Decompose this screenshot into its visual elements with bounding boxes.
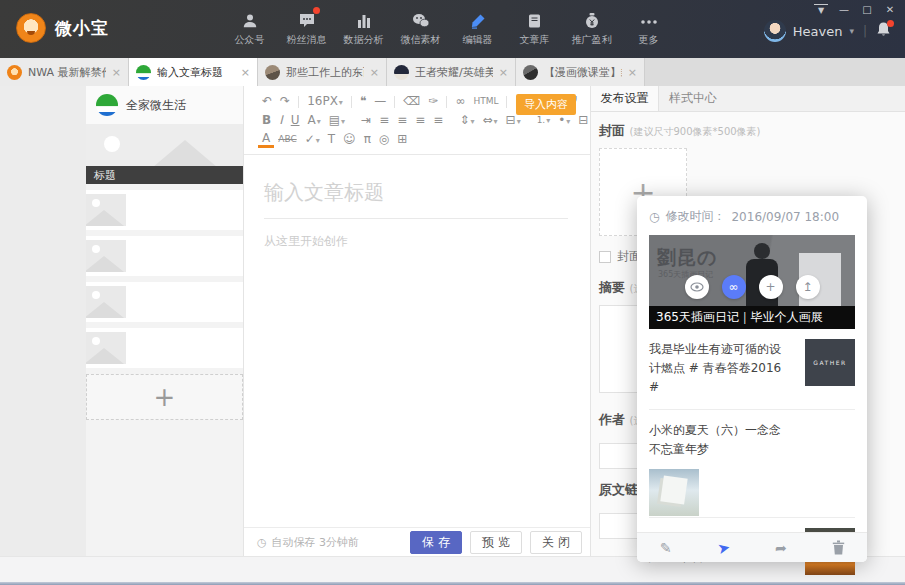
export-button[interactable]: ↥ — [796, 275, 820, 299]
italic-icon[interactable]: I — [275, 112, 287, 129]
cover-person-figure — [754, 243, 770, 259]
nav-item-more[interactable]: 更多 — [620, 9, 677, 47]
forward-button[interactable]: ➦ — [752, 540, 810, 556]
chevron-down-icon[interactable]: ▾ — [849, 26, 854, 36]
modified-time: 2016/09/07 18:00 — [731, 210, 839, 224]
account-header[interactable]: 全家微生活 — [86, 86, 243, 124]
nav-item-article-library[interactable]: 文章库 — [506, 9, 563, 47]
align-right-icon[interactable]: ≡ — [411, 112, 429, 129]
table-icon[interactable]: ⊞ — [393, 131, 411, 148]
edit-pencil-button[interactable]: ✎ — [637, 540, 695, 556]
notification-dot — [887, 20, 894, 27]
nav-item-promotion[interactable]: 推广盈利 — [563, 9, 620, 47]
align-left-icon[interactable]: ≡ — [375, 112, 393, 129]
article-list-item[interactable]: 标题 — [86, 190, 243, 230]
html-source-icon[interactable]: HTML — [469, 93, 502, 110]
strikethrough-icon[interactable]: ABC — [274, 131, 300, 148]
article-list-item[interactable]: 标题 — [86, 282, 243, 322]
find-replace-icon[interactable]: ◎ — [375, 131, 393, 148]
save-button[interactable]: 保 存 — [410, 531, 462, 554]
bold-icon[interactable]: B — [258, 112, 275, 129]
redo-icon[interactable]: ↷ — [276, 93, 294, 110]
article-list-item[interactable]: 标题 — [86, 236, 243, 276]
doc-tab-2-active[interactable]: 输入文章标题 × — [129, 58, 258, 86]
blockquote-icon[interactable]: ❝ — [356, 93, 370, 110]
delete-trash-button[interactable] — [810, 540, 868, 555]
doc-tab-4[interactable]: 王者荣耀/英雄美术字 × — [387, 58, 516, 86]
article-body-input[interactable]: 从这里开始创作 — [264, 233, 568, 250]
eraser-icon[interactable]: ⌫ — [399, 93, 424, 110]
spellcheck-dropdown[interactable]: ✓▾ — [301, 131, 324, 149]
preview-eye-button[interactable] — [685, 275, 709, 299]
checkbox-icon[interactable] — [599, 251, 611, 263]
nav-item-analytics[interactable]: 数据分析 — [335, 9, 392, 47]
main-nav: 公众号 粉丝消息 数据分析 微信素材 — [221, 9, 677, 47]
font-size-dropdown[interactable]: 16PX▾ — [303, 93, 347, 111]
nav-item-editor[interactable]: 编辑器 — [449, 9, 506, 47]
bell-icon[interactable] — [876, 21, 891, 41]
link-icon[interactable]: ∞ — [451, 93, 469, 110]
popup-cover-image[interactable]: 劉昆の 365天插画日记 ∞ + ↥ 365天插画日记｜毕业个人画展 — [649, 235, 855, 329]
thumbnail-placeholder-icon — [86, 286, 126, 318]
hide-to-tray-button[interactable]: ▼ — [814, 4, 828, 16]
article-title-input[interactable]: 输入文章标题 — [264, 179, 568, 219]
editor-pane: ↶ ↷ 16PX▾ ❝ — ⌫ ✑ ∞ HTML ▣ ▶ ♪ Ψ B — [243, 86, 590, 556]
mascot-logo-icon — [16, 13, 46, 43]
letter-spacing-dropdown[interactable]: ⇔▾ — [478, 112, 501, 130]
cover-action-row: ∞ + ↥ — [649, 275, 855, 299]
line-height-dropdown[interactable]: ⇕▾ — [455, 112, 478, 130]
import-content-button[interactable]: 导入内容 — [516, 94, 576, 115]
doc-tab-3[interactable]: 那些工作上的东西 × — [258, 58, 387, 86]
popup-article-item[interactable]: 小米的夏天（六）一念念不忘童年梦 — [649, 409, 855, 517]
article-list-item[interactable]: 标题 — [86, 328, 243, 368]
article-sidebar: 全家微生活 标题 标题 标题 标题 标题 + — [86, 86, 243, 556]
tab-publish-settings[interactable]: 发布设置 — [591, 86, 659, 111]
tab-close-icon[interactable]: × — [112, 66, 121, 79]
send-button[interactable]: ➤ — [693, 533, 753, 563]
popup-article-item[interactable]: 我是毕业生有迹可循的设计燃点 # 青春答卷2016 # GATHER — [649, 329, 855, 409]
close-button[interactable]: 关 闭 — [530, 531, 582, 554]
text-tool-icon[interactable]: T — [324, 131, 339, 148]
user-icon — [242, 9, 258, 29]
horizontal-rule-icon[interactable]: — — [370, 93, 390, 110]
undo-icon[interactable]: ↶ — [258, 93, 276, 110]
clock-icon: ◷ — [649, 210, 659, 224]
copy-link-button[interactable]: ∞ — [722, 275, 746, 299]
modified-label: 修改时间： — [665, 208, 725, 225]
tab-close-icon[interactable]: × — [241, 66, 250, 79]
add-button[interactable]: + — [759, 275, 783, 299]
modified-time-row: ◷ 修改时间： 2016/09/07 18:00 — [637, 196, 867, 235]
nav-item-wechat-material[interactable]: 微信素材 — [392, 9, 449, 47]
nav-item-fan-messages[interactable]: 粉丝消息 — [278, 9, 335, 47]
user-name[interactable]: Heaven — [793, 24, 843, 39]
indent-icon[interactable]: ⇥ — [357, 112, 375, 129]
font-color-dropdown[interactable]: A▾ — [304, 112, 325, 130]
formula-icon[interactable]: π — [360, 131, 375, 148]
align-center-icon[interactable]: ≡ — [393, 112, 411, 129]
popup-cover-title: 365天插画日记｜毕业个人画展 — [649, 306, 855, 329]
tab-favicon — [523, 65, 538, 80]
doc-tab-5[interactable]: 【漫画微课堂】封面海... × — [516, 58, 645, 86]
highlight-icon[interactable]: A — [258, 132, 274, 148]
titlebar: 微小宝 公众号 粉丝消息 数据分析 — [0, 0, 905, 58]
align-justify-icon[interactable]: ≡ — [429, 112, 447, 129]
editor-content: 输入文章标题 从这里开始创作 — [244, 155, 590, 250]
user-avatar[interactable] — [764, 20, 786, 42]
tab-style-center[interactable]: 样式中心 — [659, 86, 727, 111]
preview-button[interactable]: 预 览 — [470, 531, 522, 554]
maximize-button[interactable]: □ — [860, 4, 874, 16]
article-cover-item[interactable]: 标题 — [86, 124, 243, 184]
tab-close-icon[interactable]: × — [499, 66, 508, 79]
nav-item-accounts[interactable]: 公众号 — [221, 9, 278, 47]
add-article-button[interactable]: + — [86, 374, 243, 420]
format-brush-icon[interactable]: ✑ — [424, 93, 442, 110]
close-window-button[interactable]: ✕ — [883, 4, 897, 16]
tab-close-icon[interactable]: × — [370, 66, 379, 79]
underline-icon[interactable]: U — [287, 112, 304, 129]
tab-close-icon[interactable]: × — [628, 66, 637, 79]
bg-color-dropdown[interactable]: ▤▾ — [325, 112, 349, 130]
minimize-button[interactable]: — — [837, 4, 851, 16]
account-name: 全家微生活 — [126, 97, 186, 114]
emoji-icon[interactable]: ☺ — [339, 131, 360, 148]
doc-tab-1[interactable]: NWA 最新解禁作品 × — [0, 58, 129, 86]
